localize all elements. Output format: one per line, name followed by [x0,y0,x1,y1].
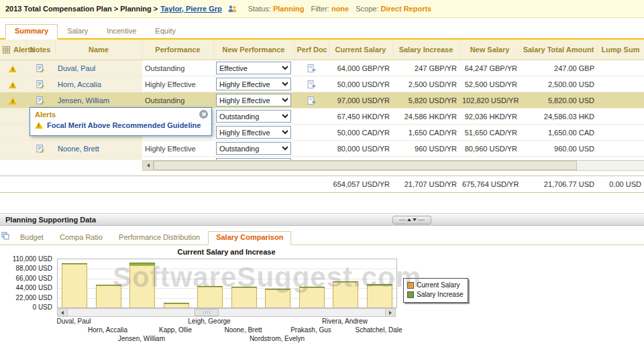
new-performance-select[interactable]: Effective [216,62,291,74]
new-performance-cell: Effective [213,157,294,161]
perf-doc-cell [294,92,329,109]
perf-doc-icon[interactable] [307,80,316,88]
alerts-popup: Alerts Focal Merit Above Recommended Gui… [30,107,212,136]
collapse-up-icon [407,218,411,221]
current-salary-cell: 97,000 USD/YR [329,92,392,109]
employee-name-link[interactable]: Nordstrom, Evelyn [55,157,142,161]
tab-incentive[interactable]: Incentive [97,24,146,38]
breadcrumb: 2013 Total Compensation Plan > Planning … [5,5,158,13]
x-axis-label: Jensen, William [118,335,165,342]
new-performance-select[interactable]: Highly Effective [216,126,291,139]
tab-salary[interactable]: Salary [58,24,97,38]
current-salary-cell: 80,000 USD/YR [329,141,392,157]
chart-scroll-right-arrow[interactable] [385,309,395,316]
salary-increase-cell: 1,650 CAD/YR [392,125,460,141]
y-axis-label: 0 USD [0,303,52,311]
chart-scroll-thumb[interactable] [195,309,219,316]
close-icon[interactable] [199,110,208,119]
alert-cell [0,92,25,109]
chart-scroll-track[interactable] [68,309,385,316]
x-axis-label: Schatchel, Dale [355,326,402,334]
current-salary-cell: 67,450 HKD/YR [329,109,392,125]
left-arrow-icon [61,311,64,315]
tab-compa-ratio[interactable]: Compa Ratio [52,231,111,245]
new-performance-cell: Outstanding [213,109,294,125]
chart-bar [333,259,358,307]
note-icon[interactable] [36,145,44,153]
new-performance-select[interactable]: Outstanding [216,142,291,155]
warning-icon [9,98,17,105]
employee-name-link[interactable]: Horn, Accalia [55,76,142,92]
note-cell [25,76,55,92]
filter-label: Filter: [311,5,329,13]
note-icon[interactable] [36,80,44,88]
employee-name-link[interactable]: Jensen, William [55,92,142,109]
salary-increase-cell: 2,500 USD/YR [392,76,460,92]
compensation-table: AlertsNotesNamePerformanceNew Performanc… [0,40,644,160]
column-header-notes[interactable]: Notes [25,40,55,60]
chart-scroll-left-arrow[interactable] [58,309,68,316]
tab-equity[interactable]: Equity [146,24,185,38]
tab-salary-comparison[interactable]: Salary Comparison [208,231,291,245]
employee-name-link[interactable]: Noone, Brett [55,141,142,157]
y-axis-label: 110,000 USD [0,255,52,263]
employee-name-link[interactable]: Duval, Paul [55,60,142,76]
alert-cell [0,141,25,157]
new-salary-cell: 102,820 USD/YR [460,92,520,109]
column-header-new-performance[interactable]: New Performance [213,40,294,60]
compensation-table-container: AlertsNotesNamePerformanceNew Performanc… [0,40,644,160]
x-axis-label: Noone, Brett [224,326,262,334]
right-arrow-icon [389,311,392,315]
new-performance-select[interactable]: Effective [216,158,291,160]
chart-horizontal-scrollbar[interactable] [57,308,396,317]
table-horizontal-scrollbar[interactable] [142,160,644,171]
y-axis-label: 66,000 USD [0,275,52,282]
column-header-perf-doc[interactable]: Perf Doc [294,40,329,60]
totals-cell: 21,707 USD/YR [392,176,460,193]
alerts-popup-body: Focal Merit Above Recommended Guideline [30,119,211,135]
tab-budget[interactable]: Budget [12,231,52,245]
scope-label: Scope: [356,5,378,13]
expand-down-icon [413,218,417,221]
totals-cell [55,176,142,193]
group-icon [227,5,237,13]
new-performance-select[interactable]: Highly Effective [216,94,291,107]
column-header-lump-sum[interactable]: Lump Sum [597,40,644,60]
collapse-expand-toggle[interactable] [392,216,431,224]
new-performance-select[interactable]: Highly Effective [216,78,291,90]
totals-cell: 654,057 USD/YR [329,176,392,193]
column-header-alerts[interactable]: Alerts [0,40,25,60]
chart-bar [367,259,392,307]
current-salary-cell: 64,000 GBP/YR [329,60,392,76]
alert-cell [0,76,25,92]
breadcrumb-bar: 2013 Total Compensation Plan > Planning … [0,0,644,18]
scroll-left-arrow[interactable] [143,161,154,170]
column-header-performance[interactable]: Performance [142,40,213,60]
column-header-name[interactable]: Name [55,40,142,60]
note-icon[interactable] [36,96,44,105]
chart-legend: Current SalarySalary Increase [403,278,468,303]
scope-value: Direct Reports [380,5,431,13]
toggle-dash [418,220,425,220]
salary-total-amount-cell: 960.00 USD [520,141,597,157]
scroll-thumb[interactable] [154,161,577,170]
column-header-salary-increase[interactable]: Salary Increase [392,40,460,60]
note-icon[interactable] [36,64,44,72]
breadcrumb-group-link[interactable]: Taylor, Pierre Grp [160,5,222,13]
new-performance-select[interactable]: Outstanding [216,110,291,123]
perf-doc-icon[interactable] [307,96,316,105]
note-cell [25,141,55,157]
scroll-track[interactable] [154,161,644,170]
x-axis-label: Leigh, George [188,318,230,325]
perf-doc-icon[interactable] [307,64,316,72]
column-header-salary-total-amount[interactable]: Salary Total Amount [520,40,597,60]
chart-bar [265,259,290,307]
column-header-new-salary[interactable]: New Salary [460,40,520,60]
chart-bar [62,259,87,307]
tab-summary[interactable]: Summary [5,24,58,40]
new-salary-cell: 51,650 CAD/YR [460,125,520,141]
salary-total-amount-cell: 1,650.00 CAD [520,125,597,141]
column-header-current-salary[interactable]: Current Salary [329,40,392,60]
panel-expand-icon[interactable] [1,232,9,241]
tab-performance-distribution[interactable]: Performance Distribution [111,231,208,245]
